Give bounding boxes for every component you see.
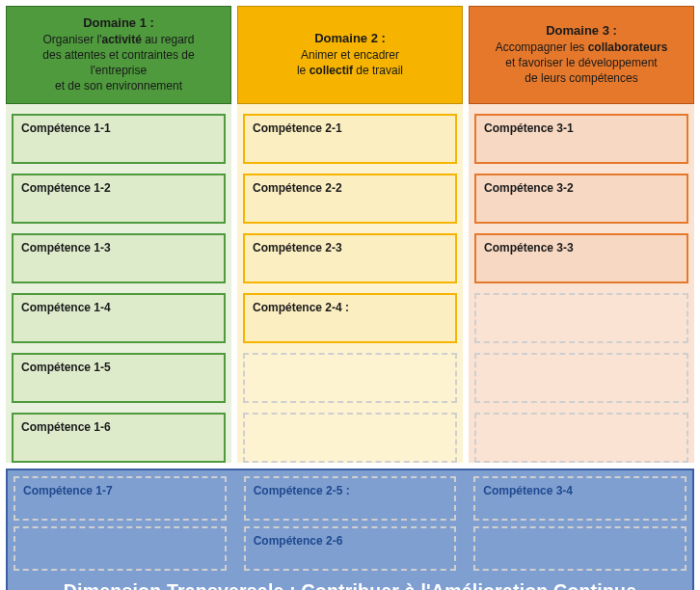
- transversal-cell: Compétence 3-4: [473, 476, 687, 521]
- transversal-cell: Compétence 2-6: [244, 526, 457, 571]
- competency-cell: Compétence 2-3: [243, 233, 457, 283]
- empty-slot: [474, 413, 688, 463]
- empty-slot: [474, 293, 688, 343]
- domain-1-header: Domaine 1 : Organiser l'activité au rega…: [6, 6, 231, 104]
- competency-cell: Compétence 2-1: [243, 114, 457, 164]
- domain-3-column: Compétence 3-1 Compétence 3-2 Compétence…: [469, 104, 694, 463]
- domain-3-title: Domaine 3 :: [546, 23, 617, 38]
- domain-1-column: Compétence 1-1 Compétence 1-2 Compétence…: [6, 104, 231, 463]
- competency-cell: Compétence 3-3: [474, 233, 688, 283]
- competency-cell: Compétence 1-1: [12, 114, 226, 164]
- competency-cell: Compétence 2-2: [243, 174, 457, 224]
- transversal-dimension: Compétence 1-7 Compétence 2-5 : Compéten…: [6, 469, 694, 590]
- domain-1-title: Domaine 1 :: [83, 15, 154, 30]
- empty-slot: [13, 526, 227, 571]
- empty-slot: [243, 353, 457, 403]
- transversal-cell: Compétence 2-5 :: [244, 476, 457, 521]
- domain-2-column: Compétence 2-1 Compétence 2-2 Compétence…: [237, 104, 463, 463]
- domain-2-title: Domaine 2 :: [314, 31, 386, 45]
- empty-slot: [474, 353, 688, 403]
- competency-cell: Compétence 2-4 :: [243, 293, 457, 343]
- competency-cell: Compétence 1-3: [12, 233, 226, 283]
- transversal-footer: Dimension Transversale : Contribuer à l'…: [8, 571, 692, 590]
- domain-3-header: Domaine 3 : Accompagner les collaborateu…: [469, 6, 694, 104]
- empty-slot: [473, 526, 687, 571]
- competency-cell: Compétence 1-4: [12, 293, 226, 343]
- competency-cell: Compétence 1-5: [12, 353, 226, 403]
- competency-cell: Compétence 1-6: [12, 413, 226, 463]
- competency-framework: Domaine 1 : Organiser l'activité au rega…: [0, 0, 700, 590]
- competency-cell: Compétence 3-1: [474, 114, 688, 164]
- empty-slot: [243, 413, 457, 463]
- competency-cell: Compétence 1-2: [12, 174, 226, 224]
- transversal-cell: Compétence 1-7: [13, 476, 227, 521]
- domain-2-header: Domaine 2 : Animer et encadrer le collec…: [237, 6, 463, 104]
- competency-cell: Compétence 3-2: [474, 174, 688, 224]
